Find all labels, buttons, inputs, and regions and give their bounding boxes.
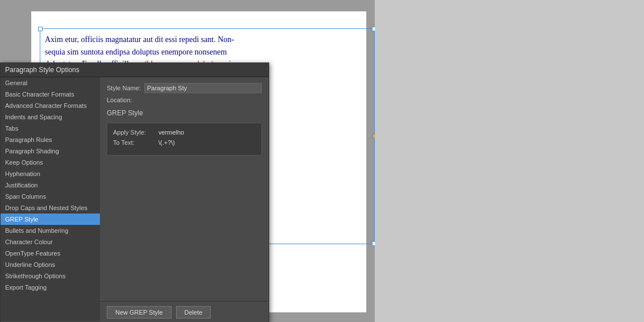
apply-style-row: Apply Style: vermelho xyxy=(113,129,256,136)
sidebar-item-drop-caps[interactable]: Drop Caps and Nested Styles xyxy=(1,202,100,214)
sidebar-item-export-tagging[interactable]: Export Tagging xyxy=(1,282,100,293)
style-name-label: Style Name: xyxy=(107,85,141,91)
paragraph-style-dialog: Paragraph Style Options GeneralBasic Cha… xyxy=(0,62,269,322)
grep-style-section: GREP Style Apply Style: vermelho To Text… xyxy=(107,109,262,156)
sidebar-item-indents[interactable]: Indents and Spacing xyxy=(1,111,100,123)
style-name-input[interactable] xyxy=(144,83,262,93)
sidebar-item-strikethrough[interactable]: Strikethrough Options xyxy=(1,270,100,282)
sidebar-item-bullets[interactable]: Bullets and Numbering xyxy=(1,225,100,236)
sidebar-item-keep-options[interactable]: Keep Options xyxy=(1,157,100,168)
sidebar-item-span-columns[interactable]: Span Columns xyxy=(1,191,100,202)
dialog-title: Paragraph Style Options xyxy=(5,66,80,74)
handle-top-left[interactable] xyxy=(38,27,43,31)
grep-style-box: Apply Style: vermelho To Text: \(.+?\) xyxy=(107,123,262,156)
sidebar-item-char-colour[interactable]: Character Colour xyxy=(1,236,100,248)
apply-style-label: Apply Style: xyxy=(113,129,158,136)
sidebar-item-tabs[interactable]: Tabs xyxy=(1,123,100,134)
sidebar-item-underline[interactable]: Underline Options xyxy=(1,259,100,270)
grep-style-title: GREP Style xyxy=(107,109,262,117)
sidebar-item-para-shading[interactable]: Paragraph Shading xyxy=(1,145,100,157)
to-text-value: \(.+?\) xyxy=(158,139,175,146)
text-line2: sequia sim suntota endipsa doluptus enem… xyxy=(45,48,227,56)
sidebar-item-hyphenation[interactable]: Hyphenation xyxy=(1,168,100,179)
apply-style-value: vermelho xyxy=(158,129,184,136)
sidebar-item-advanced-char[interactable]: Advanced Character Formats xyxy=(1,100,100,111)
sidebar-item-basic-char[interactable]: Basic Character Formats xyxy=(1,89,100,100)
dialog-body: GeneralBasic Character FormatsAdvanced C… xyxy=(1,77,269,321)
style-name-row: Style Name: xyxy=(107,83,262,93)
sidebar-item-opentype[interactable]: OpenType Features xyxy=(1,248,100,259)
sidebar-item-grep-style[interactable]: GREP Style xyxy=(1,214,100,225)
location-label: Location: xyxy=(107,97,132,103)
location-row: Location: xyxy=(107,97,262,103)
dialog-content: Style Name: Location: GREP Style Apply S… xyxy=(100,77,269,321)
sidebar-item-justification[interactable]: Justification xyxy=(1,179,100,191)
new-grep-style-button[interactable]: New GREP Style xyxy=(107,306,172,319)
to-text-row: To Text: \(.+?\) xyxy=(113,139,256,146)
dialog-titlebar: Paragraph Style Options xyxy=(1,63,269,77)
delete-button[interactable]: Delete xyxy=(176,306,211,319)
sidebar-item-general[interactable]: General xyxy=(1,77,100,89)
right-area xyxy=(375,0,644,322)
dialog-sidebar: GeneralBasic Character FormatsAdvanced C… xyxy=(1,77,100,321)
to-text-label: To Text: xyxy=(113,139,158,146)
dialog-footer: New GREP Style Delete xyxy=(100,301,269,322)
text-line1: Axim etur, officiis magnatatur aut dit e… xyxy=(45,35,234,44)
sidebar-item-para-rules[interactable]: Paragraph Rules xyxy=(1,134,100,145)
